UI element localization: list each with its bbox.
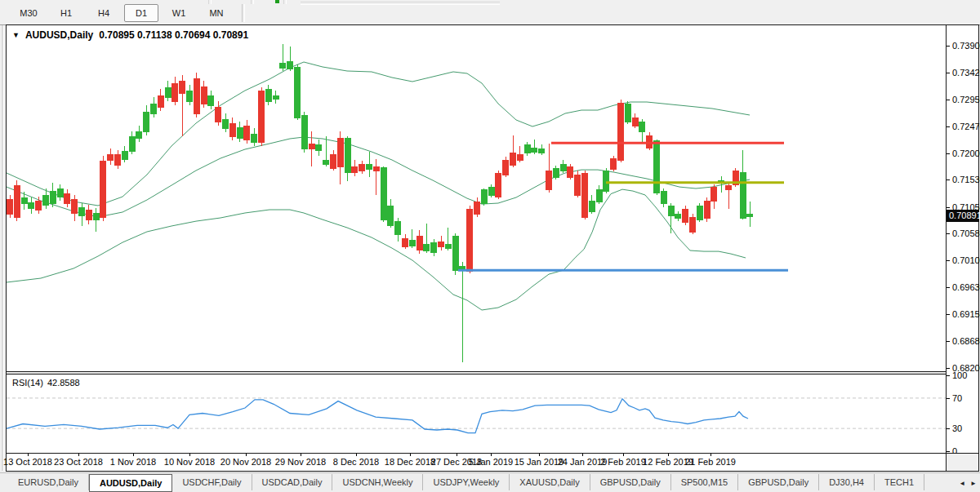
timeframe-toolbar: M30H1H4D1W1MN [0,0,980,25]
date-tick-label: 18 Dec 2018 [385,457,435,467]
date-tick [301,454,301,456]
price-tick-label: 0.71050 [952,202,980,212]
axis-corner [946,453,978,471]
price-tick-label: 0.72000 [952,148,980,158]
price-tick [947,73,950,73]
price-tick [947,46,950,47]
bollinger-upper-band [7,62,750,206]
rsi-tick [947,451,950,452]
chart-tab-gbpusd-daily[interactable]: GBPUSD,Daily [590,474,671,490]
rsi-value: 42.8588 [47,378,80,388]
price-tick-label: 0.73900 [952,41,980,51]
rsi-svg[interactable] [7,375,946,453]
price-tick [947,368,950,369]
timeframe-buttons: M30H1H4D1W1MN [11,4,250,22]
chart-tab-usdjpy-weekly[interactable]: USDJPY,Weekly [423,474,510,490]
price-tick [947,100,950,100]
chart-tab-xauusd-daily[interactable]: XAUUSD,Daily [510,474,590,490]
timeframe-button-m30[interactable]: M30 [11,4,46,22]
rsi-tick [947,398,950,399]
date-tick [539,454,540,456]
price-tick-label: 0.72950 [952,95,980,104]
price-tick [947,207,950,208]
window-edge-groove [2,25,4,471]
date-tick [710,454,711,456]
price-tick [947,341,950,342]
rsi-tick-label: 30 [952,423,962,433]
chart-ohlc-values: 0.70895 0.71138 0.70694 0.70891 [99,29,248,41]
price-tick-label: 0.73420 [952,68,980,78]
toolbar-groove [301,2,500,5]
timeframe-button-h4[interactable]: H4 [87,4,121,22]
chart-window: ▼ AUDUSD,Daily 0.70895 0.71138 0.70694 0… [6,24,979,472]
chart-tab-eurusd-daily[interactable]: EURUSD,Daily [8,474,89,490]
chart-tab-audusd-daily[interactable]: AUDUSD,Daily [89,474,172,492]
date-tick-label: 21 Feb 2019 [685,457,736,467]
chart-tab-dj30-h4[interactable]: DJ30,H4 [819,474,875,490]
chart-collapse-icon[interactable]: ▼ [12,31,20,39]
date-tick [491,454,492,456]
chart-tabs-bar: EURUSD,DailyAUDUSD,DailyUSDCHF,DailyUSDC… [0,472,980,492]
date-tick [133,454,134,456]
date-tick [410,454,411,456]
rsi-canvas[interactable] [7,375,946,453]
partial-toolbar-icon [275,0,279,3]
rsi-tick-label: 100 [952,370,967,380]
date-tick [623,454,624,456]
chart-tabs: EURUSD,DailyAUDUSD,DailyUSDCHF,DailyUSDC… [8,474,924,492]
date-tick [189,454,190,456]
date-tick [356,454,357,456]
date-tick [457,454,457,456]
date-tick [668,454,669,456]
toolbar-separator [251,0,254,4]
date-tick-label: 13 Oct 2018 [3,457,52,467]
timeframe-button-w1[interactable]: W1 [162,4,196,22]
rsi-indicator-plot[interactable]: RSI(14) 42.8588 [7,375,946,453]
date-tick [582,454,583,456]
date-tick-label: 23 Oct 2018 [54,457,103,467]
chart-tab-gbpusd-daily[interactable]: GBPUSD,Daily [738,474,819,490]
date-tick-label: 10 Nov 2018 [164,457,215,467]
date-axis[interactable]: 13 Oct 201823 Oct 20181 Nov 201810 Nov 2… [7,453,946,471]
price-tick [947,153,950,154]
chart-title: ▼ AUDUSD,Daily 0.70895 0.71138 0.70694 0… [12,29,248,41]
date-tick-label: 8 Dec 2018 [333,457,379,467]
timeframe-button-mn[interactable]: MN [199,4,234,22]
candles [7,44,753,362]
main-chart-plot[interactable]: ▼ AUDUSD,Daily 0.70895 0.71138 0.70694 0… [7,25,946,371]
timeframe-button-d1[interactable]: D1 [124,4,158,22]
price-tick-label: 0.72470 [952,122,980,131]
chart-symbol-label: AUDUSD,Daily [25,29,93,41]
date-tick-label: 29 Nov 2018 [275,457,326,467]
main-chart-canvas[interactable] [7,25,946,371]
chart-tab-sp500-m15[interactable]: SP500,M15 [671,474,738,490]
rsi-line [7,399,748,433]
chart-tab-usdcad-daily[interactable]: USDCAD,Daily [252,474,333,490]
toolbar-separator [283,0,287,4]
rsi-label: RSI(14) 42.8588 [12,378,80,388]
toolbar-separator [242,4,245,22]
price-tick-label: 0.70580 [952,228,980,238]
tab-scroll-right-icon[interactable]: ► [970,480,977,487]
rsi-tick-label: 70 [952,393,962,403]
timeframe-button-h1[interactable]: H1 [49,4,83,22]
tab-scroll-left-icon[interactable]: ◄ [959,480,965,487]
chart-tab-usdcnh-weekly[interactable]: USDCNH,Weekly [332,474,423,490]
chart-tab-tech1[interactable]: TECH1 [875,474,924,490]
main-chart-svg[interactable] [7,25,946,371]
bollinger-lower-band [7,189,746,310]
tab-scroll-arrows: ◄ ► [952,473,980,492]
price-axis[interactable]: 0.70891 0.739000.734200.729500.724700.72… [946,25,978,471]
price-tick-label: 0.71530 [952,175,980,184]
date-tick-label: 15 Jan 2019 [514,457,564,467]
price-tick [947,260,950,261]
chart-tab-usdchf-daily[interactable]: USDCHF,Daily [172,474,252,490]
rsi-tick [947,375,950,376]
date-tick-label: 20 Nov 2018 [220,457,271,467]
date-tick-label: 2 Feb 2019 [600,457,646,467]
price-tick [947,233,950,234]
price-tick-label: 0.69150 [952,309,980,319]
date-tick [78,454,79,456]
price-tick-label: 0.69630 [952,282,980,292]
rsi-name: RSI(14) [12,378,43,388]
